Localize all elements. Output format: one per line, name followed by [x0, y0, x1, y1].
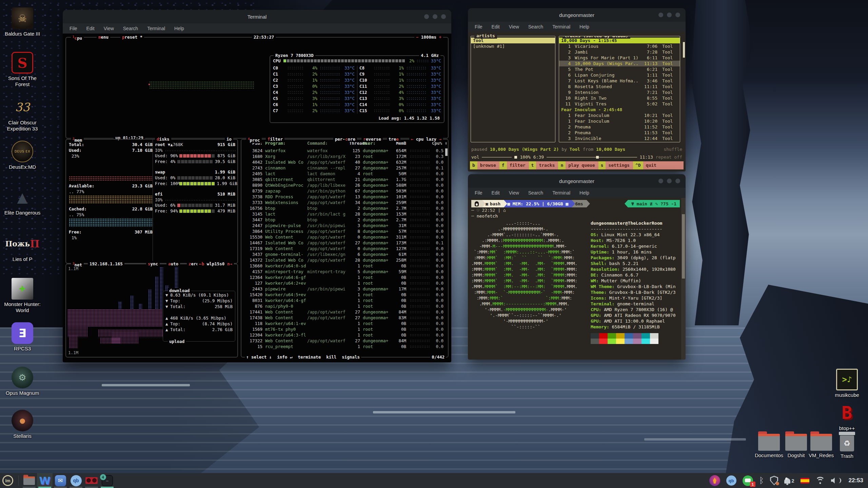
- keyboard-layout-flag[interactable]: [801, 478, 809, 484]
- qbittorrent-tray-icon[interactable]: qb: [726, 475, 736, 486]
- process-row[interactable]: 4042Isolated Web Co/app/opt/waterf40 dun…: [243, 159, 447, 165]
- desktop-icon-deusex[interactable]: DEUS EXDeusEx:MD: [9, 141, 36, 170]
- btop-net-panel[interactable]: 3net 192.168.1.165 sync auto zero ←b wlp…: [65, 264, 238, 358]
- net-sync-tab[interactable]: sync: [146, 261, 160, 267]
- hotkey-bar[interactable]: bbrowseffilterttracksnplay queuessetting…: [470, 161, 684, 169]
- maximize-button[interactable]: [667, 179, 672, 183]
- terminal-group-launcher[interactable]: 4–: [99, 473, 115, 488]
- menu-item-search[interactable]: Search: [123, 26, 138, 31]
- process-row[interactable]: 876napi/phy0-01 root0B0.0: [243, 303, 447, 309]
- tracks-scrollbar[interactable]: [683, 42, 685, 58]
- menu-item-view[interactable]: View: [509, 24, 519, 29]
- menu-item-terminal[interactable]: Terminal: [552, 24, 570, 29]
- proc-filter-tab[interactable]: filter: [266, 136, 284, 142]
- track-row[interactable]: 2Pneuma11:52Tool: [559, 124, 680, 130]
- process-row[interactable]: 1680Xorg/usr/lib/xorg/X23 root172M0.3: [243, 154, 447, 159]
- menu-item-edit[interactable]: Edit: [86, 26, 95, 31]
- scrollbar-track[interactable]: [681, 198, 686, 360]
- process-row[interactable]: 4157mintreport-traymintreport-tray5 dung…: [243, 269, 447, 274]
- process-row[interactable]: 2743cinnamoncinnamon --repl27 dungeonma+…: [243, 165, 447, 171]
- process-row[interactable]: 3447btopbtop2 dungeonma+2.7M0.0: [243, 217, 447, 223]
- musikcube-window[interactable]: dungeonmaster FileEditViewSearchTerminal…: [468, 8, 686, 171]
- track-row[interactable]: 1Fear Inoculum10:21Tool: [559, 113, 680, 118]
- track-row[interactable]: 1Fear Inoculum10:20Tool: [559, 118, 680, 124]
- track-row[interactable]: 9Intension7:21Tool: [559, 89, 680, 95]
- window-buttons[interactable]: [424, 14, 446, 19]
- track-row[interactable]: 2Jambi7:28Tool: [559, 49, 680, 55]
- process-row[interactable]: 8890QtWebEngineProc/app/lib/libexe26 dun…: [243, 182, 447, 188]
- scrollbar-thumb[interactable]: [682, 214, 685, 279]
- net-auto-tab[interactable]: auto: [166, 261, 180, 267]
- gpu-tool-launcher[interactable]: [84, 473, 99, 488]
- hotkey-tracks[interactable]: ttracks: [529, 161, 558, 169]
- hotkey-settings[interactable]: ssettings: [598, 161, 633, 169]
- desktop-icon-liesp[interactable]: ПожьПLies of P: [12, 233, 33, 262]
- minimize-button[interactable]: [658, 179, 663, 183]
- process-row[interactable]: 17322Web Content/app/opt/waterf27 dungeo…: [243, 338, 447, 344]
- track-row[interactable]: 2Pneuma11:53Tool: [559, 130, 680, 136]
- menu-item-view[interactable]: View: [104, 26, 114, 31]
- menu-item-help[interactable]: Help: [174, 26, 184, 31]
- process-row[interactable]: 17438Web Content/app/opt/waterf27 dungeo…: [243, 315, 447, 321]
- volume-tray-icon[interactable]: [831, 477, 841, 484]
- minimize-button[interactable]: [658, 13, 663, 17]
- desktop-icon-trash[interactable]: ♻Trash: [831, 430, 863, 459]
- volume-slider[interactable]: [482, 157, 512, 158]
- process-row[interactable]: 127kworker/u64:2+ev1 root0B0.0: [243, 280, 447, 286]
- process-row[interactable]: 118kworker/u64:1-ev1 root0B0.0: [243, 321, 447, 326]
- process-row[interactable]: 14372Isolated Web Co/app/opt/waterf28 du…: [243, 257, 447, 263]
- process-row[interactable]: 3864Utility Process/app/opt/waterf8 dung…: [243, 228, 447, 234]
- minimize-button[interactable]: [424, 14, 429, 19]
- process-row[interactable]: 3733WebExtensions/app/opt/waterf34 dunge…: [243, 200, 447, 205]
- menu-item-help[interactable]: Help: [579, 190, 589, 196]
- process-row[interactable]: 12304kworker/u64:3-fl1 root0B0.0: [243, 332, 447, 338]
- menu-item-help[interactable]: Help: [579, 24, 589, 29]
- window-buttons[interactable]: [658, 13, 680, 17]
- artist-row[interactable]: [unknown #1]: [471, 43, 555, 49]
- proc-key-info[interactable]: info ↵: [277, 354, 292, 360]
- proc-key-terminate[interactable]: terminate: [298, 354, 321, 360]
- btop-preset-tab[interactable]: preset *: [120, 34, 144, 40]
- menu-item-file[interactable]: File: [475, 190, 482, 196]
- menu-item-edit[interactable]: Edit: [492, 24, 500, 29]
- desktop-icon-musikcube[interactable]: >♪musikcube: [831, 369, 863, 398]
- process-row[interactable]: 8739zapzap/usr/bin/python67 dungeonma+50…: [243, 188, 447, 194]
- process-row[interactable]: 16756btopbtop2 dungeonma+2.7M0.0: [243, 205, 447, 211]
- proc-sort-tab[interactable]: ← cpu lazy →: [409, 136, 443, 142]
- window-buttons[interactable]: [658, 179, 680, 183]
- proc-scrollbar[interactable]: [445, 148, 448, 156]
- btop-cpu-tab[interactable]: 1cpu: [71, 34, 84, 41]
- proc-key-kill[interactable]: kill: [326, 354, 336, 360]
- menu-item-file[interactable]: File: [70, 26, 77, 31]
- chat-tray-icon[interactable]: 1: [743, 475, 753, 486]
- track-row[interactable]: 6Lipan Conjuring1:11Tool: [559, 72, 680, 78]
- desktop-icon-clair[interactable]: 33Clair ObscurExpedition 33: [7, 96, 38, 132]
- wifi-tray-icon[interactable]: [815, 477, 825, 484]
- menu-item-terminal[interactable]: Terminal: [552, 190, 570, 196]
- proc-footer-keys[interactable]: ↑ select ↓info ↵terminatekillsignals: [245, 354, 361, 360]
- proc-tree-tab[interactable]: tree: [387, 136, 400, 142]
- menu-item-view[interactable]: View: [509, 190, 519, 196]
- notifications-tray-icon[interactable]: 2: [784, 478, 794, 484]
- files-launcher[interactable]: [21, 473, 37, 488]
- process-row[interactable]: 8031kworker/u64:4-gf1 root0B0.0: [243, 298, 447, 303]
- desktop-icon-btopxx[interactable]: Bbtop++: [831, 402, 863, 431]
- menu-item-edit[interactable]: Edit: [492, 190, 500, 196]
- process-row[interactable]: 3738RDD Process/app/opt/waterf13 dungeon…: [243, 194, 447, 200]
- menu-item-terminal[interactable]: Terminal: [147, 26, 165, 31]
- process-row[interactable]: 17319Web Content/app/opt/waterf0 dungeon…: [243, 246, 447, 251]
- btop-cpu-panel[interactable]: 1cpu menu preset * 22:53:27 − 1000ms + u…: [65, 37, 449, 139]
- process-row[interactable]: 1569mt76-tx phy01 root0B0.0: [243, 326, 447, 332]
- track-row[interactable]: 3Wings For Marie (Part 1)6:11Tool: [559, 55, 680, 61]
- process-row[interactable]: 13660kworker/u64:0-sd1 root0B0.0: [243, 263, 447, 269]
- track-row[interactable]: 8Rosetta Stoned11:11Tool: [559, 84, 680, 89]
- track-row[interactable]: 11Viginti Tres5:02Tool: [559, 101, 680, 107]
- proc-reverse-tab[interactable]: reverse: [361, 136, 383, 142]
- close-button[interactable]: [441, 14, 446, 19]
- menu-item-search[interactable]: Search: [528, 24, 543, 29]
- btop-disks-tab[interactable]: disks: [155, 136, 171, 142]
- hotkey-browse[interactable]: bbrowse: [470, 161, 499, 169]
- btop-proc-tab[interactable]: 4proc: [246, 136, 262, 143]
- neofetch-window[interactable]: dungeonmaster FileEditViewSearchTerminal…: [468, 174, 686, 360]
- mint-menu-button[interactable]: lm: [0, 473, 16, 488]
